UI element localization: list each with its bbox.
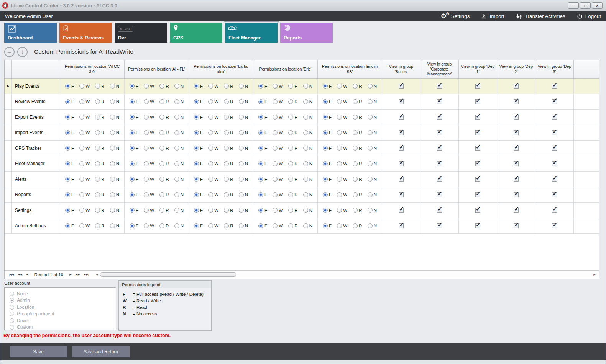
- permission-option-R[interactable]: R: [95, 115, 104, 120]
- permission-option-N[interactable]: N: [368, 208, 377, 213]
- permission-option-R[interactable]: R: [224, 161, 233, 166]
- permission-option-F[interactable]: F: [194, 99, 203, 104]
- permission-option-W[interactable]: W: [208, 177, 218, 182]
- tab-dvr[interactable]: MERGE Dvr: [115, 23, 167, 43]
- permission-option-N[interactable]: N: [174, 115, 184, 120]
- group-checkbox[interactable]: [437, 177, 442, 182]
- permission-option-F[interactable]: F: [65, 192, 74, 197]
- permission-option-W[interactable]: W: [337, 192, 347, 197]
- permission-option-F[interactable]: F: [194, 146, 203, 151]
- horizontal-scrollbar[interactable]: ◀ ▶: [94, 271, 599, 279]
- permission-option-F[interactable]: F: [323, 161, 332, 166]
- permission-option-R[interactable]: R: [95, 177, 104, 182]
- permission-option-N[interactable]: N: [303, 223, 312, 228]
- group-checkbox[interactable]: [552, 161, 557, 166]
- permission-option-W[interactable]: W: [79, 84, 90, 89]
- group-checkbox[interactable]: [552, 146, 557, 151]
- permission-option-W[interactable]: W: [208, 130, 218, 135]
- logout-button[interactable]: Logout: [577, 13, 601, 19]
- permission-option-N[interactable]: N: [174, 208, 184, 213]
- permission-option-N[interactable]: N: [110, 146, 119, 151]
- permission-option-W[interactable]: W: [144, 208, 154, 213]
- tab-events-reviews[interactable]: Events & Reviews: [59, 23, 112, 43]
- permission-option-W[interactable]: W: [144, 84, 154, 89]
- permission-option-F[interactable]: F: [323, 99, 332, 104]
- permission-option-W[interactable]: W: [337, 177, 347, 182]
- group-checkbox[interactable]: [514, 115, 519, 120]
- permission-option-N[interactable]: N: [110, 223, 119, 228]
- back-arrow-button[interactable]: ←: [4, 47, 15, 57]
- permission-option-W[interactable]: W: [337, 223, 347, 228]
- permission-option-N[interactable]: N: [368, 223, 377, 228]
- permission-option-W[interactable]: W: [273, 84, 283, 89]
- permission-option-N[interactable]: N: [239, 99, 248, 104]
- group-checkbox[interactable]: [552, 177, 557, 182]
- group-checkbox[interactable]: [514, 99, 519, 104]
- permission-option-R[interactable]: R: [95, 130, 104, 135]
- permission-option-F[interactable]: F: [323, 223, 332, 228]
- permission-option-F[interactable]: F: [65, 84, 74, 89]
- permission-option-F[interactable]: F: [323, 115, 332, 120]
- group-checkbox[interactable]: [514, 192, 519, 197]
- permission-option-R[interactable]: R: [288, 177, 297, 182]
- permission-option-N[interactable]: N: [303, 99, 312, 104]
- account-type-option-group-department[interactable]: Group/department: [10, 311, 116, 318]
- import-button[interactable]: Import: [481, 13, 504, 19]
- permission-option-W[interactable]: W: [337, 208, 347, 213]
- group-checkbox[interactable]: [552, 130, 557, 135]
- permission-option-W[interactable]: W: [144, 130, 154, 135]
- permission-option-R[interactable]: R: [159, 84, 169, 89]
- permission-option-F[interactable]: F: [258, 208, 267, 213]
- permission-option-N[interactable]: N: [303, 84, 312, 89]
- permission-option-F[interactable]: F: [258, 192, 267, 197]
- permission-option-W[interactable]: W: [144, 177, 154, 182]
- permission-option-F[interactable]: F: [65, 208, 74, 213]
- permission-option-N[interactable]: N: [368, 84, 377, 89]
- group-checkbox[interactable]: [514, 208, 519, 213]
- permission-option-R[interactable]: R: [288, 146, 297, 151]
- group-checkbox[interactable]: [475, 223, 480, 228]
- group-checkbox[interactable]: [475, 99, 480, 104]
- permission-option-F[interactable]: F: [323, 130, 332, 135]
- first-record-button[interactable]: |◀◀: [9, 273, 14, 276]
- scroll-right-arrow[interactable]: ▶: [591, 273, 598, 276]
- permission-option-N[interactable]: N: [110, 130, 119, 135]
- account-type-option-admin[interactable]: Admin: [10, 297, 116, 304]
- prev-page-button[interactable]: ◀◀: [18, 273, 22, 276]
- permission-option-N[interactable]: N: [303, 208, 312, 213]
- group-checkbox[interactable]: [514, 130, 519, 135]
- permission-option-F[interactable]: F: [65, 130, 74, 135]
- group-checkbox[interactable]: [399, 130, 404, 135]
- permission-option-N[interactable]: N: [368, 161, 377, 166]
- permission-option-F[interactable]: F: [323, 84, 332, 89]
- tab-dashboard[interactable]: Dashboard: [4, 23, 57, 43]
- group-checkbox[interactable]: [437, 84, 442, 89]
- group-checkbox[interactable]: [475, 192, 480, 197]
- permission-option-N[interactable]: N: [110, 161, 119, 166]
- permission-option-W[interactable]: W: [273, 99, 283, 104]
- permission-option-R[interactable]: R: [95, 146, 104, 151]
- permission-option-R[interactable]: R: [224, 130, 233, 135]
- permission-option-R[interactable]: R: [353, 130, 362, 135]
- next-record-button[interactable]: ▶: [69, 273, 72, 276]
- group-checkbox[interactable]: [552, 115, 557, 120]
- permission-option-R[interactable]: R: [288, 84, 297, 89]
- permission-option-F[interactable]: F: [65, 177, 74, 182]
- permission-option-R[interactable]: R: [224, 223, 233, 228]
- permission-option-N[interactable]: N: [303, 146, 312, 151]
- permission-option-R[interactable]: R: [159, 130, 169, 135]
- minimize-button[interactable]: ─: [568, 2, 579, 9]
- group-checkbox[interactable]: [437, 130, 442, 135]
- tab-reports[interactable]: Reports: [280, 23, 333, 43]
- group-checkbox[interactable]: [552, 223, 557, 228]
- group-checkbox[interactable]: [514, 84, 519, 89]
- permission-option-W[interactable]: W: [79, 223, 90, 228]
- group-checkbox[interactable]: [514, 223, 519, 228]
- permission-option-R[interactable]: R: [288, 99, 297, 104]
- permission-option-W[interactable]: W: [208, 208, 218, 213]
- permission-option-R[interactable]: R: [353, 161, 362, 166]
- permission-option-W[interactable]: W: [337, 99, 347, 104]
- group-checkbox[interactable]: [475, 146, 480, 151]
- permission-option-N[interactable]: N: [239, 208, 248, 213]
- permission-option-F[interactable]: F: [323, 146, 332, 151]
